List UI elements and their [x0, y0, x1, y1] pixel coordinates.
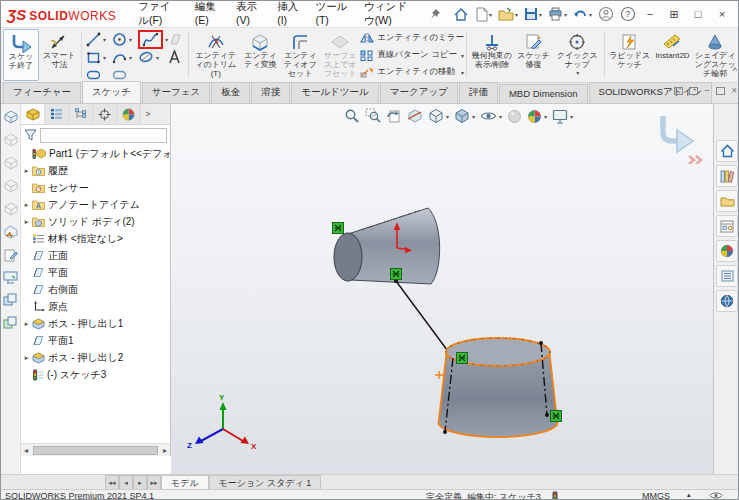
view-settings-button[interactable]: ▾ — [551, 108, 574, 125]
minimize-button[interactable]: − — [638, 8, 662, 20]
graphics-viewport[interactable]: ▾ ▾ ▾ ▾ ▾ — [171, 104, 713, 474]
layered-bodies-icon[interactable] — [3, 293, 18, 307]
tree-horizontal-scrollbar[interactable]: ◂ ▸ — [21, 443, 170, 456]
scroll-right-arrow[interactable]: ▸ — [160, 446, 170, 455]
shaded-sketch-contours-button[interactable]: シェイディングスケッチ輪郭 — [692, 29, 738, 81]
undo-button[interactable]: ▾ — [571, 7, 594, 22]
hide-show-items-button[interactable]: ▾ — [479, 108, 503, 124]
view-orientation-button[interactable]: ▾ — [427, 107, 450, 125]
repair-sketch-button[interactable]: スケッチ修復 — [515, 29, 553, 81]
dropdown-icon[interactable]: ▾ — [461, 69, 464, 76]
tree-item-sketch3[interactable]: (-) スケッチ3 — [21, 366, 170, 383]
tree-item-boss-extrude1[interactable]: ▸ ボス - 押し出し1 — [21, 315, 170, 332]
quick-snaps-button[interactable]: クイックスナップ ▾ — [553, 29, 602, 81]
pin-menu-icon[interactable] — [429, 8, 441, 20]
displaymanager-tab[interactable] — [117, 104, 141, 124]
propertymanager-tab[interactable] — [45, 104, 69, 124]
zoom-to-area-button[interactable] — [364, 107, 382, 125]
tab-evaluate[interactable]: 評価 — [459, 82, 498, 103]
view-palette-icon[interactable] — [716, 215, 738, 237]
tab-weldments[interactable]: 溶接 — [251, 82, 290, 103]
tile-left-icon[interactable] — [674, 87, 683, 95]
expand-icon[interactable]: ▸ — [21, 201, 32, 209]
tree-item-right-plane[interactable]: 右側面 — [21, 281, 170, 298]
offset-entities-button[interactable]: エンティティオフセット — [280, 29, 320, 81]
open-button[interactable]: ▾ — [496, 6, 520, 22]
expand-icon[interactable]: ▸ — [21, 218, 32, 226]
expand-icon[interactable]: ▸ — [21, 167, 32, 175]
mirror-entities-button[interactable]: エンティティのミラー — [360, 32, 464, 44]
circle-tool[interactable]: ▾ — [110, 30, 136, 48]
sketch-line-connector[interactable] — [394, 279, 455, 360]
tree-item-sensors[interactable]: センサー — [21, 179, 170, 196]
tab-markup[interactable]: マークアップ — [380, 82, 458, 103]
dropdown-icon[interactable]: ▾ — [515, 11, 518, 18]
home-button[interactable] — [451, 6, 471, 23]
model-tab[interactable]: モデル — [161, 475, 209, 489]
previous-view-button[interactable] — [385, 107, 403, 125]
units-dropdown-caret[interactable]: ▴ — [687, 491, 691, 499]
doc-close-button[interactable]: × — [731, 87, 737, 95]
tree-item-history[interactable]: ▸ 履歴 — [21, 162, 170, 179]
new-document-button[interactable]: ▾ — [473, 6, 494, 23]
scroll-left-arrow[interactable]: ◂ — [21, 446, 31, 455]
sketch-tools-icon[interactable] — [4, 248, 18, 262]
expand-icon[interactable]: ▸ — [21, 320, 32, 328]
tree-filter-input[interactable] — [40, 128, 167, 143]
upper-cone-body[interactable] — [334, 208, 440, 284]
edit-component-icon[interactable] — [4, 225, 18, 239]
tab-mold-tools[interactable]: モールドツール — [291, 82, 379, 103]
dropdown-icon[interactable]: ▾ — [103, 54, 106, 61]
tab-sheet-metal[interactable]: 板金 — [211, 82, 250, 103]
tree-item-plane1[interactable]: 平面1 — [21, 332, 170, 349]
dropdown-icon[interactable]: ▾ — [103, 36, 106, 43]
spline-tool-highlighted[interactable]: ▾ — [136, 30, 166, 48]
scrollbar-thumb[interactable] — [33, 446, 158, 455]
rectangle-tool[interactable]: ▾ — [84, 48, 110, 66]
tree-root-part[interactable]: Part1 (デフォルト<<デフォルト>_表示状態 1> — [21, 145, 170, 162]
tree-item-origin[interactable]: 原点 — [21, 298, 170, 315]
dropdown-icon[interactable]: ▾ — [564, 11, 567, 18]
linear-pattern-button[interactable]: 直線パターン コピー▾ — [360, 49, 464, 61]
user-account-button[interactable] — [596, 5, 616, 23]
appearances-scenes-icon[interactable] — [716, 240, 738, 262]
tree-item-material[interactable]: 材料 <指定なし> — [21, 230, 170, 247]
featuremanager-tree-tab[interactable] — [21, 104, 45, 124]
units-selector[interactable]: MMGS — [642, 491, 670, 500]
maximize-button[interactable]: □ — [686, 8, 710, 20]
dock-cube-icon[interactable] — [4, 133, 18, 147]
dock-cube-icon[interactable] — [4, 202, 18, 216]
tab-features[interactable]: フィーチャー — [3, 82, 81, 103]
section-view-button[interactable] — [406, 107, 424, 125]
tree-item-front-plane[interactable]: 正面 — [21, 247, 170, 264]
dropdown-icon[interactable]: ▾ — [129, 36, 132, 43]
view-cube-icon[interactable] — [4, 110, 18, 124]
instant2d-button[interactable]: Instant2D — [653, 29, 693, 81]
home-tab-icon[interactable] — [716, 140, 738, 162]
arc-tool[interactable]: ▾ — [110, 48, 136, 66]
dropdown-icon[interactable]: ▾ — [461, 52, 464, 59]
dropdown-icon[interactable]: ▾ — [570, 113, 573, 120]
tree-item-top-plane[interactable]: 平面 — [21, 264, 170, 281]
convert-entities-button[interactable]: エンティティ変換 — [240, 29, 280, 81]
tree-item-boss-extrude2[interactable]: ▸ ボス - 押し出し2 — [21, 349, 170, 366]
design-library-icon[interactable] — [716, 165, 738, 187]
model-scene[interactable]: Y Z X — [171, 104, 713, 474]
display-relations-button[interactable]: 幾何拘束の表示/削除 — [469, 29, 515, 81]
dropdown-icon[interactable]: ▾ — [539, 11, 542, 18]
motion-study-tab[interactable]: モーション スタディ 1 — [209, 475, 322, 489]
dropdown-icon[interactable]: ▾ — [472, 113, 475, 120]
trim-entities-button[interactable]: エンティティのトリム(T) — [191, 29, 240, 81]
dropdown-icon[interactable]: ▾ — [446, 113, 449, 120]
status-eye-icon[interactable] — [709, 491, 723, 500]
tile-right-icon[interactable] — [689, 87, 698, 95]
doc-restore-button[interactable] — [716, 87, 725, 95]
last-tab-button[interactable]: ▸▸ — [147, 475, 161, 489]
ellipse-tool[interactable]: ▾ — [136, 48, 166, 66]
text-tool[interactable] — [166, 48, 186, 66]
prev-tab-button[interactable]: ◂ — [119, 475, 133, 489]
smart-dimension-button[interactable]: スマート寸法 — [39, 29, 79, 81]
lower-frustum-body[interactable] — [435, 338, 558, 437]
first-tab-button[interactable]: ◂◂ — [105, 475, 119, 489]
configurationmanager-tab[interactable] — [69, 104, 93, 124]
